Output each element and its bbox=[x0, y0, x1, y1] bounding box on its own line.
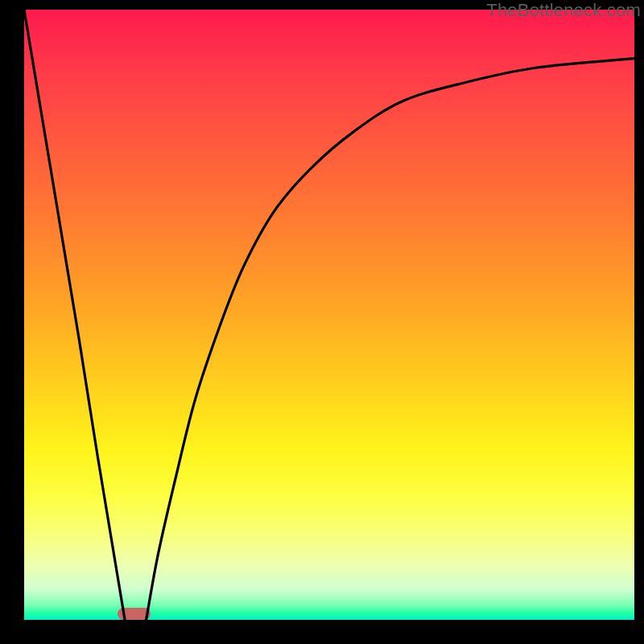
watermark-text: TheBottleneck.com bbox=[486, 0, 641, 21]
curve-right bbox=[147, 59, 634, 620]
chart-frame: TheBottleneck.com bbox=[0, 0, 644, 644]
chart-plot-area bbox=[24, 10, 634, 620]
bottleneck-curve bbox=[24, 10, 634, 620]
curve-left bbox=[24, 10, 125, 620]
